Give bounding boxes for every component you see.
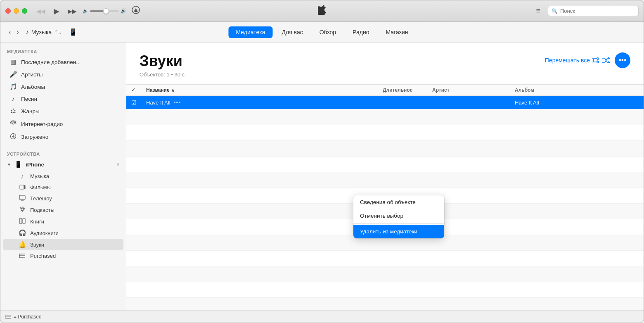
sidebar-sub-item-tvshows[interactable]: Телешоу [3, 193, 123, 204]
sidebar-item-artists[interactable]: 🎤 Артисты [3, 68, 123, 81]
sidebar-item-recent-label: Последние добавлен... [21, 59, 80, 65]
sub-podcasts-icon [19, 206, 26, 214]
sidebar-sub-item-purchased[interactable]: Purchased [3, 250, 123, 261]
sidebar-sub-item-podcasts[interactable]: Подкасты [3, 204, 123, 216]
device-header[interactable]: ▼ 📱 iPhone [0, 158, 126, 171]
col-header-duration[interactable]: Длительнос [383, 87, 432, 93]
sidebar-item-albums[interactable]: 🎵 Альбомы [3, 81, 123, 93]
nav-tabs: Медиатека Для вас Обзор Радио Магазин [228, 26, 415, 38]
source-label: Музыка [31, 29, 52, 36]
airplay-button[interactable] [131, 5, 140, 17]
sub-audiobooks-label: Аудиокниги [30, 230, 59, 236]
tab-radio[interactable]: Радио [345, 26, 376, 38]
empty-row [126, 266, 644, 282]
content-actions: Перемешать все ••• [545, 52, 630, 68]
col-header-check[interactable]: ✓ [131, 87, 146, 93]
sidebar-item-radio-label: Интернет-радио [21, 121, 63, 127]
play-button[interactable]: ▶ [51, 5, 62, 17]
sidebar-sub-item-music[interactable]: ♪ Музыка [3, 171, 123, 182]
context-menu-item-info[interactable]: Сведения об объекте [353, 195, 444, 209]
sub-books-icon [19, 218, 26, 225]
source-selector[interactable]: ♪ Музыка ⌃⌄ [26, 28, 63, 36]
close-button[interactable] [5, 8, 11, 14]
iphone-icon: 📱 [14, 161, 22, 168]
fast-forward-button[interactable]: ▶▶ [65, 6, 79, 16]
col-header-name[interactable]: Название ∧ [146, 87, 383, 93]
status-purchased-label: = Purchased [14, 314, 42, 320]
sidebar-sub-item-audiobooks[interactable]: 🎧 Аудиокниги [3, 227, 123, 239]
titlebar-right: ≡ 🔍 [533, 5, 639, 17]
search-input[interactable] [560, 8, 635, 14]
status-purchased: = Purchased [5, 314, 42, 320]
sidebar-sub-item-books[interactable]: Книги [3, 216, 123, 227]
back-arrow-button[interactable]: ‹ [7, 28, 12, 37]
col-header-artist[interactable]: Артист [432, 87, 515, 93]
sidebar: Медиатека ▦ Последние добавлен... 🎤 Арти… [0, 43, 126, 310]
sub-tvshows-label: Телешоу [30, 195, 52, 202]
volume-thumb[interactable] [103, 8, 109, 14]
col-header-album[interactable]: Альбом [515, 87, 639, 93]
sub-tones-icon: 🔔 [19, 241, 26, 248]
sub-music-icon: ♪ [19, 173, 26, 180]
svg-point-9 [12, 123, 14, 124]
context-menu-divider [353, 223, 444, 224]
row-name-cell: Have It All ••• [146, 99, 383, 106]
sidebar-item-songs[interactable]: ♪ Песни [3, 93, 123, 105]
devices-section-label: Устройства [0, 148, 126, 158]
shuffle-all-label: Перемешать все [545, 57, 590, 64]
sub-audiobooks-icon: 🎧 [19, 229, 26, 237]
genres-icon [9, 107, 17, 115]
grid-icon: ▦ [9, 58, 17, 66]
sidebar-item-genres[interactable]: Жанры [3, 105, 123, 118]
svg-marker-1 [134, 8, 138, 12]
search-icon: 🔍 [552, 8, 558, 14]
sub-podcasts-label: Подкасты [30, 207, 54, 213]
forward-arrow-button[interactable]: › [15, 28, 20, 37]
sidebar-item-songs-label: Песни [21, 96, 37, 102]
list-view-button[interactable]: ≡ [533, 5, 544, 17]
content-header: Звуки Объектов: 1 • 30 с Перемешать все [126, 43, 644, 84]
sidebar-item-recent[interactable]: ▦ Последние добавлен... [3, 56, 123, 68]
sub-music-label: Музыка [30, 173, 49, 179]
search-box[interactable]: 🔍 [548, 6, 639, 16]
context-menu-item-delete[interactable]: Удалить из медиатеки [353, 225, 444, 238]
svg-point-15 [21, 208, 24, 211]
minimize-button[interactable] [14, 8, 19, 14]
device-nav-icon: 📱 [69, 28, 77, 36]
shuffle-all-button[interactable]: Перемешать все [545, 57, 610, 64]
sidebar-sub-item-movies[interactable]: Фильмы [3, 182, 123, 193]
device-name-label: iPhone [26, 162, 44, 168]
context-menu-item-deselect[interactable]: Отменить выбор [353, 209, 444, 223]
volume-track[interactable] [90, 10, 119, 12]
sidebar-item-downloaded[interactable]: Загружено [3, 131, 123, 143]
row-dots: ••• [174, 99, 181, 106]
tab-library[interactable]: Медиатека [228, 26, 272, 38]
titlebar: ◀◀ ▶ ▶▶ 🔈 🔊 ≡ 🔍 [0, 0, 644, 22]
volume-min-icon: 🔈 [83, 8, 88, 14]
sidebar-item-radio[interactable]: Интернет-радио [3, 118, 123, 131]
tab-foryou[interactable]: Для вас [274, 26, 310, 38]
music-note-icon: ♪ [26, 28, 29, 36]
rewind-button[interactable]: ◀◀ [34, 6, 48, 16]
sidebar-item-albums-label: Альбомы [21, 84, 45, 90]
traffic-lights [5, 8, 27, 14]
row-album: Have It All [515, 100, 639, 106]
sidebar-sub-item-tones[interactable]: 🔔 Звуки [3, 239, 123, 250]
device-status-indicator [117, 163, 119, 166]
content-title-group: Звуки Объектов: 1 • 30 с [140, 52, 185, 78]
empty-row [126, 157, 644, 172]
album-icon: 🎵 [9, 83, 17, 90]
tab-browse[interactable]: Обзор [312, 26, 343, 38]
sub-tones-label: Звуки [30, 242, 44, 248]
row-check: ☑ [131, 99, 146, 106]
nav-arrows: ‹ › [7, 28, 21, 37]
empty-row [126, 251, 644, 266]
svg-rect-18 [23, 218, 25, 223]
volume-slider[interactable]: 🔈 🔊 [83, 8, 126, 14]
tab-store[interactable]: Магазин [379, 26, 416, 38]
table-row[interactable]: ☑ Have It All ••• Have It All [126, 96, 644, 109]
maximize-button[interactable] [22, 8, 27, 14]
more-options-button[interactable]: ••• [615, 52, 630, 68]
sub-books-label: Книги [30, 218, 44, 225]
svg-point-3 [11, 110, 12, 112]
